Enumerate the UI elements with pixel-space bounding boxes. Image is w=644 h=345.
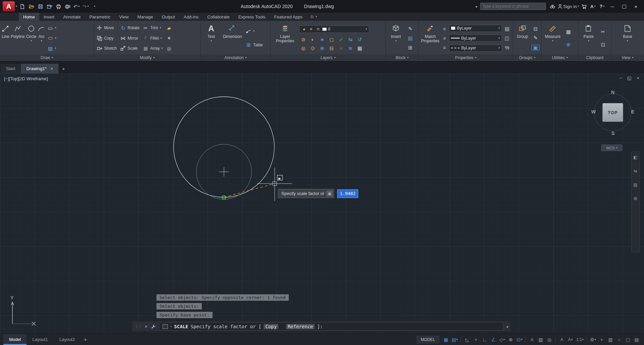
arc-button[interactable]: Arc ▾ — [38, 22, 45, 54]
ucs-x-grip[interactable] — [32, 322, 36, 326]
tab-output[interactable]: Output — [157, 13, 179, 21]
layer-color-swatch[interactable] — [322, 28, 327, 31]
layer-lock-icon[interactable]: ◻ — [329, 37, 334, 42]
dynamic-input-value-field[interactable]: 1.9482 — [337, 189, 358, 198]
batch-plot-button[interactable] — [63, 2, 72, 11]
properties-panel-title[interactable]: Properties▾ — [419, 54, 513, 61]
tab-express-tools[interactable]: Express Tools — [234, 13, 270, 21]
layer-freeze-icon[interactable]: ∗ — [319, 37, 325, 42]
tab-view[interactable]: View — [115, 13, 133, 21]
drawing-canvas[interactable]: Y [−][Top][2D Wireframe] − ◱ × N W E S T… — [0, 73, 644, 334]
minimize-button[interactable]: ─ — [607, 2, 618, 11]
help-button[interactable]: ? ▾ — [598, 2, 606, 11]
viewcube-west[interactable]: W — [591, 109, 596, 114]
polyline-button[interactable]: Polyline — [11, 22, 25, 54]
command-bar-customize-wrench-icon[interactable] — [151, 324, 156, 329]
linetype-list-icon[interactable]: ≡ — [442, 45, 448, 50]
fillet-button[interactable]: ◜ Fillet▾ — [142, 34, 164, 42]
view-panel-title[interactable]: View▾ — [611, 54, 644, 61]
sign-in-button[interactable]: Sign In ▾ — [557, 2, 579, 11]
quick-properties-toggle[interactable]: ▥ — [606, 335, 614, 344]
command-line-bar[interactable]: ⋮⋮ × ▾ SCALE Specify scale factor or [ C… — [132, 321, 511, 332]
application-menu-arrow-icon[interactable]: ▾ — [16, 5, 17, 8]
viewport-restore-icon[interactable]: ◱ — [627, 76, 631, 81]
palette-properties-icon[interactable]: ◧ — [633, 155, 637, 160]
command-input-line[interactable]: ▾ SCALE Specify scale factor or [ Copy R… — [159, 322, 504, 331]
table-button[interactable]: ⊞ Table — [245, 41, 267, 49]
base-flyout-arrow-icon[interactable]: ▾ — [627, 40, 628, 42]
ribbon-minimize-arrow-icon[interactable]: ▾ — [316, 15, 317, 18]
tab-home[interactable]: Home — [19, 13, 39, 21]
transparency-toggle[interactable]: ▨ — [537, 335, 545, 344]
dynamic-input-options-icon[interactable]: ▦ — [327, 191, 332, 196]
layer-thaw-sun-icon[interactable]: ☀ — [308, 27, 314, 31]
maximize-button[interactable]: ▢ — [619, 2, 630, 11]
draw-panel-title[interactable]: Draw▾ — [0, 54, 94, 61]
object-snap-tracking-toggle[interactable]: ⊕ — [507, 335, 515, 344]
tab-parametric[interactable]: Parametric — [85, 13, 115, 21]
recent-commands-arrow-icon[interactable]: ▾ — [170, 325, 172, 328]
cut-icon[interactable]: ✂ — [598, 29, 608, 34]
tab-annotate[interactable]: Annotate — [59, 13, 85, 21]
undo-button[interactable]: ↶▾ — [73, 2, 81, 11]
transparency-icon[interactable]: ◫ — [503, 36, 511, 41]
layer-on-bulb-icon[interactable]: ● — [301, 27, 307, 31]
autodesk-app-store-button[interactable]: A ▾ — [589, 2, 597, 11]
layout-tab-model[interactable]: Model — [3, 334, 27, 345]
erase-button[interactable]: ▰ — [165, 24, 175, 32]
new-file-button[interactable] — [18, 2, 26, 11]
text-flyout-arrow-icon[interactable]: ▾ — [211, 40, 212, 42]
group-button[interactable]: Group — [515, 22, 530, 54]
array-flyout-arrow-icon[interactable]: ▾ — [162, 47, 163, 50]
layer-thaw-all-icon[interactable]: ⊙ — [310, 46, 316, 51]
model-paper-space-button[interactable]: MODEL — [417, 336, 439, 343]
annotation-autoscale-toggle[interactable]: A+ — [566, 335, 574, 344]
command-option-copy[interactable]: Copy — [264, 324, 278, 329]
clean-screen-button[interactable]: ▢ — [624, 335, 632, 344]
viewcube-south[interactable]: S — [611, 131, 614, 136]
text-button[interactable]: A Text ▾ — [202, 22, 220, 54]
fillet-flyout-arrow-icon[interactable]: ▾ — [160, 37, 162, 40]
close-button[interactable]: × — [631, 2, 641, 11]
layer-unlock-icon[interactable]: ⊓ — [315, 28, 321, 31]
stretch-button[interactable]: Stretch — [96, 44, 118, 53]
layout-tab-layout1[interactable]: Layout1 — [27, 334, 53, 345]
layer-dropdown[interactable]: ● ☀ ⊓ 0 ▾ — [299, 26, 369, 33]
lineweight-list-icon[interactable]: ≡ — [442, 36, 448, 41]
edit-attribute-icon[interactable]: ✎ — [406, 26, 415, 31]
viewcube[interactable]: N W E S TOP — [591, 90, 635, 136]
viewport-controls-label[interactable]: [−][Top][2D Wireframe] — [4, 76, 48, 81]
arc-flyout-arrow-icon[interactable]: ▾ — [41, 40, 42, 42]
layer-walk-icon[interactable]: ◎ — [301, 46, 306, 51]
make-current-layer-icon[interactable]: ✓ — [338, 37, 344, 42]
ribbon-minimize-icon[interactable]: ⊙ — [310, 14, 314, 19]
explode-button[interactable]: ✶ — [165, 34, 175, 42]
layer-settings-icon[interactable]: ▦ — [357, 46, 363, 51]
file-tab-close-icon[interactable]: × — [50, 66, 53, 71]
define-attribute-icon[interactable]: ⊞ — [406, 45, 415, 50]
dimension-button[interactable]: Dimension — [221, 22, 243, 54]
viewcube-east[interactable]: E — [631, 109, 634, 114]
scale-button[interactable]: Scale — [119, 44, 140, 53]
layer-delete-icon[interactable]: × — [338, 46, 344, 51]
tab-featured-apps[interactable]: Featured Apps — [270, 13, 307, 21]
tab-manage[interactable]: Manage — [133, 13, 157, 21]
modify-panel-title[interactable]: Modify▾ — [94, 54, 200, 61]
measure-flyout-arrow-icon[interactable]: ▾ — [552, 40, 553, 42]
block-panel-title[interactable]: Block▾ — [386, 54, 418, 61]
file-tab-drawing1[interactable]: Drawing1* × — [21, 64, 58, 73]
offset-button[interactable]: ◎ — [165, 44, 175, 53]
layer-merge-icon[interactable]: ⊟ — [329, 46, 334, 51]
plot-button[interactable] — [54, 2, 62, 11]
palette-grid-icon[interactable]: ⊞ — [634, 196, 637, 201]
search-input[interactable] — [482, 4, 544, 9]
viewport-minimize-icon[interactable]: − — [619, 76, 622, 81]
palette-list-icon[interactable]: ▤ — [633, 182, 637, 187]
application-menu-button[interactable]: A — [3, 1, 15, 11]
circle-flyout-arrow-icon[interactable]: ▾ — [31, 40, 32, 42]
quick-calculator-icon[interactable]: ▦ — [563, 29, 573, 34]
rotate-button[interactable]: ↻ Rotate — [119, 24, 140, 32]
object-color-list-icon[interactable]: ≡ — [442, 26, 448, 31]
measure-button[interactable]: Measure ▾ — [543, 22, 562, 54]
match-layer-icon[interactable]: ⇆ — [348, 37, 353, 42]
